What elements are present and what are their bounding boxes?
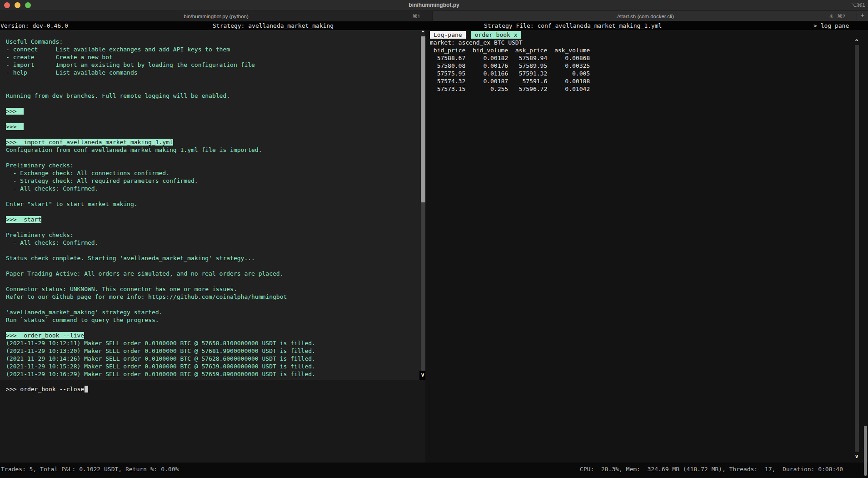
command-input[interactable]: >>> order_book --close	[6, 385, 88, 393]
order-book-cell: 0.00187	[465, 77, 508, 85]
order-book-row: 57574.320.0018757591.60.00188	[430, 77, 590, 85]
log-line	[6, 301, 425, 308]
order-book-rows: 57588.670.0018257589.940.0086857580.080.…	[430, 54, 590, 93]
new-tab-button[interactable]: +	[857, 11, 868, 21]
log-line	[6, 115, 425, 123]
terminal-header: Version: dev-0.46.0 Strategy: avellaneda…	[0, 21, 868, 30]
strategy-file-label: Strategy File: conf_avellaneda_market_ma…	[484, 21, 662, 30]
log-line: (2021-11-29 10:14:26) Maker SELL order 0…	[6, 355, 425, 362]
order-book-cell: 0.255	[465, 85, 508, 93]
order-book-row: 57575.950.0116657591.320.005	[430, 70, 590, 77]
log-line: Run `status` command to query the progre…	[6, 316, 425, 324]
log-line: >>> order_book --live	[6, 332, 425, 339]
market-label: market: ascend_ex BTC-USDT	[430, 39, 523, 46]
log-line	[6, 100, 425, 107]
order-book-cell: 0.00325	[547, 62, 590, 70]
window-scrollbar-thumb[interactable]	[864, 426, 867, 476]
log-line: - All checks: Confirmed.	[6, 185, 425, 192]
log-line: Preliminary checks:	[6, 231, 425, 239]
order-book-cell: 0.01166	[465, 70, 508, 77]
order-book-column-bid_volume: bid_volume	[465, 46, 508, 54]
log-line	[6, 192, 425, 200]
tab-hummingbot[interactable]: bin/hummingbot.py (python) ⌘1	[0, 11, 433, 21]
strategy-label: Strategy: avellaneda_market_making	[213, 21, 334, 30]
order-book-cell: 0.00182	[465, 54, 508, 62]
text-cursor	[85, 386, 88, 392]
log-line: >>> start	[6, 216, 425, 223]
order-book-cell: 57588.67	[430, 54, 465, 62]
order-book-cell: 57596.72	[508, 85, 547, 93]
order-book-cell: 57591.6	[508, 77, 547, 85]
version-label: Version: dev-0.46.0	[0, 21, 68, 30]
log-line: - Strategy check: All required parameter…	[6, 177, 425, 185]
trades-status: Trades: 5, Total P&L: 0.1022 USDT, Retur…	[1, 466, 179, 473]
log-line: (2021-11-29 10:12:11) Maker SELL order 0…	[6, 339, 425, 347]
order-book-column-ask_price: ask_price	[508, 46, 547, 54]
log-line: (2021-11-29 10:16:29) Maker SELL order 0…	[6, 370, 425, 378]
window-shortcut-hint: ⌥⌘1	[850, 2, 865, 8]
tab-log-pane[interactable]: Log-pane	[430, 31, 466, 39]
log-line: Preliminary checks:	[6, 161, 425, 169]
log-line: - help List available commands	[6, 69, 425, 76]
log-line	[6, 247, 425, 254]
tab-hummingbot-shortcut: ⌘1	[412, 13, 420, 20]
window-title: bin/hummingbot.py	[0, 2, 868, 8]
pane-tabs: Log-pane order_book x	[430, 31, 521, 39]
log-line	[6, 324, 425, 332]
order-book-cell: 0.01042	[547, 85, 590, 93]
log-line	[6, 131, 425, 138]
tab-order-book[interactable]: order_book x	[471, 31, 521, 39]
log-line: 'avellaneda_market_making' strategy star…	[6, 308, 425, 316]
log-line: Status check complete. Starting 'avellan…	[6, 254, 425, 262]
log-line: Running from dev branches. Full remote l…	[6, 92, 425, 100]
order-book-cell: 0.00188	[547, 77, 590, 85]
log-line	[6, 84, 425, 92]
status-bar: Trades: 5, Total P&L: 0.1022 USDT, Retur…	[0, 463, 868, 478]
tab-docker-label: ./start.sh (com.docker.cli)	[616, 14, 674, 19]
left-scrollbar-thumb[interactable]	[421, 36, 425, 202]
order-book-cell: 57573.15	[430, 85, 465, 93]
order-book-pane: Log-pane order_book x market: ascend_ex …	[425, 30, 868, 463]
order-book-row: 57588.670.0018257589.940.00868	[430, 54, 590, 62]
log-line: >>> import conf_avellaneda_market_making…	[6, 138, 425, 146]
log-line	[6, 208, 425, 216]
left-scroll-down-arrow[interactable]: v	[419, 371, 426, 380]
tab-docker-shortcut: ⌘2	[837, 13, 845, 20]
tab-hummingbot-label: bin/hummingbot.py (python)	[184, 14, 249, 19]
order-book-cell: 57575.95	[430, 70, 465, 77]
log-line: (2021-11-29 10:13:20) Maker SELL order 0…	[6, 347, 425, 355]
order-book-cell: 57589.94	[508, 54, 547, 62]
right-scrollbar-track[interactable]	[855, 45, 859, 452]
log-line: Useful Commands:	[6, 38, 425, 45]
log-line: - create Create a new bot	[6, 53, 425, 61]
log-line	[6, 154, 425, 161]
command-input-area[interactable]: >>> order_book --close	[0, 380, 425, 463]
system-status: CPU: 28.3%, Mem: 324.69 MB (418.72 MB), …	[580, 466, 843, 473]
order-book-cell: 57574.32	[430, 77, 465, 85]
log-line	[6, 262, 425, 270]
log-line: Refer to our Github page for more info: …	[6, 293, 425, 301]
log-line: Enter "start" to start market making.	[6, 200, 425, 208]
spinner-icon: ✳	[829, 13, 833, 20]
order-book-cell: 57589.95	[508, 62, 547, 70]
title-bar: bin/hummingbot.py ⌥⌘1	[0, 0, 868, 11]
order-book-cell: 57580.08	[430, 62, 465, 70]
order-book-cell: 57591.32	[508, 70, 547, 77]
tab-bar: bin/hummingbot.py (python) ⌘1 ./start.sh…	[0, 11, 868, 21]
order-book-column-bid_price: bid_price	[430, 46, 465, 54]
log-line: >>>	[6, 107, 425, 115]
order-book-row: 57580.080.0017657589.950.00325	[430, 62, 590, 70]
left-scrollbar-track[interactable]	[421, 202, 425, 371]
order-book-cell: 0.00176	[465, 62, 508, 70]
right-scroll-down-arrow[interactable]: v	[853, 453, 860, 460]
log-line: Connector status: UNKNOWN. This connecto…	[6, 285, 425, 293]
tab-docker[interactable]: ./start.sh (com.docker.cli) ✳ ⌘2	[433, 11, 857, 21]
log-line: - connect List available exchanges and a…	[6, 45, 425, 53]
log-line: Paper Trading Active: All orders are sim…	[6, 270, 425, 277]
order-book-table: bid_pricebid_volumeask_priceask_volume 5…	[430, 46, 590, 93]
order-book-cell: 0.00868	[547, 54, 590, 62]
right-scroll-up-arrow[interactable]: ^	[853, 39, 860, 45]
terminal-window: bin/hummingbot.py ⌥⌘1 bin/hummingbot.py …	[0, 0, 868, 478]
terminal-log: Useful Commands:- connect List available…	[0, 30, 425, 380]
log-line	[6, 76, 425, 84]
